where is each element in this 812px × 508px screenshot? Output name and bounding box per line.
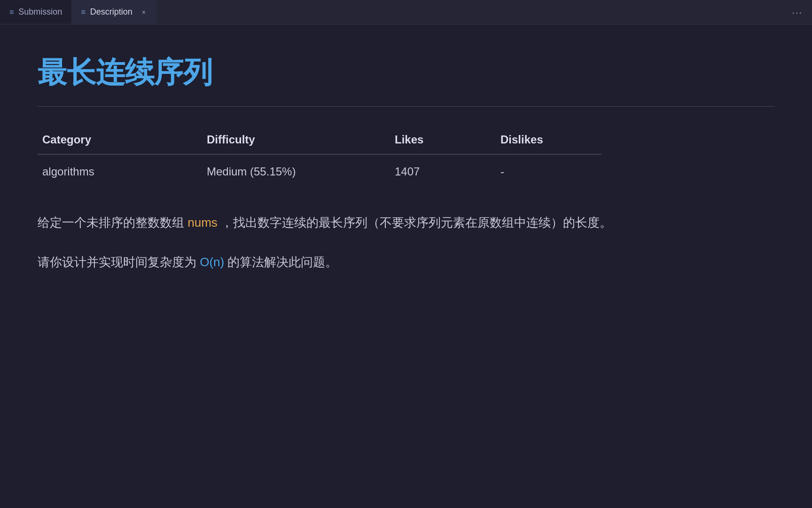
tab-more-button[interactable]: ···: [792, 7, 803, 17]
tab-submission[interactable]: ≡ Submission: [0, 0, 71, 24]
description-paragraph-2: 请你设计并实现时间复杂度为 O(n) 的算法解决此问题。: [38, 252, 695, 272]
description-tab-label: Description: [90, 7, 133, 17]
content-area: 最长连续序列 Category Difficulty Likes Dislike…: [0, 24, 812, 508]
title-divider: [38, 106, 774, 107]
submission-tab-icon: ≡: [9, 8, 14, 16]
cell-likes: 1407: [390, 154, 496, 189]
submission-tab-label: Submission: [18, 7, 62, 17]
stats-table: Category Difficulty Likes Dislikes algor…: [38, 126, 601, 189]
col-header-difficulty: Difficulty: [202, 126, 390, 154]
description-tab-icon: ≡: [81, 8, 85, 16]
desc1-highlight: nums: [187, 215, 218, 230]
desc2-highlight: O(n): [200, 255, 224, 269]
tab-bar: ≡ Submission ≡ Description × ···: [0, 0, 812, 24]
desc2-suffix: 的算法解决此问题。: [224, 255, 337, 269]
table-row: algorithms Medium (55.15%) 1407 -: [38, 154, 601, 189]
cell-category: algorithms: [38, 154, 202, 189]
desc2-prefix: 请你设计并实现时间复杂度为: [38, 255, 200, 269]
cell-dislikes: -: [496, 154, 601, 189]
tab-description[interactable]: ≡ Description ×: [71, 0, 157, 24]
cell-difficulty: Medium (55.15%): [202, 154, 390, 189]
col-header-category: Category: [38, 126, 202, 154]
desc1-suffix: ，找出数字连续的最长序列（不要求序列元素在原数组中连续）的长度。: [218, 215, 612, 230]
description-paragraph-1: 给定一个未排序的整数数组 nums ，找出数字连续的最长序列（不要求序列元素在原…: [38, 212, 695, 233]
problem-title: 最长连续序列: [38, 53, 774, 92]
description-tab-close[interactable]: ×: [140, 8, 148, 17]
desc1-prefix: 给定一个未排序的整数数组: [38, 215, 187, 230]
col-header-likes: Likes: [390, 126, 496, 154]
col-header-dislikes: Dislikes: [496, 126, 601, 154]
